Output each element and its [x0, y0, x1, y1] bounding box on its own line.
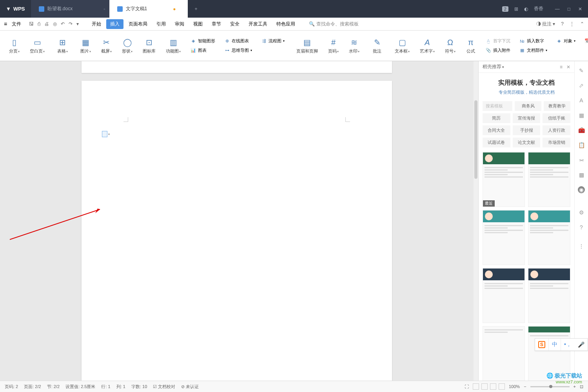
icon-library-button[interactable]: ⊡图标库: [141, 36, 158, 55]
select-icon[interactable]: ⬀: [578, 82, 585, 89]
paste-options-button[interactable]: ▾: [102, 131, 110, 138]
mindmap-button[interactable]: ⊶思维导图▾: [223, 47, 253, 54]
page-break-button[interactable]: ▯分页▾: [7, 36, 22, 55]
blank-page-button[interactable]: ▭空白页▾: [28, 36, 47, 55]
preview-icon[interactable]: ◎: [53, 21, 57, 27]
ime-punct-icon[interactable]: •，: [561, 339, 575, 350]
vertical-scrollbar[interactable]: [474, 61, 478, 381]
status-line[interactable]: 行: 1: [101, 384, 110, 390]
picture-button[interactable]: ▦图片▾: [78, 36, 93, 55]
template-card[interactable]: [483, 210, 525, 265]
view-print-layout[interactable]: [473, 383, 479, 390]
app-logo[interactable]: ▼ WPS: [0, 6, 31, 12]
ime-language[interactable]: 中: [549, 339, 561, 350]
object-button[interactable]: ◈对象▾: [555, 37, 577, 45]
filter-letter[interactable]: 信纸手账: [543, 113, 570, 123]
template-card[interactable]: 最近: [483, 152, 525, 207]
panel-close-icon[interactable]: ✕: [566, 64, 570, 70]
date-button[interactable]: 📅日期: [583, 37, 588, 45]
collapse-ribbon-icon[interactable]: ⌃: [580, 21, 584, 27]
template-panel-icon[interactable]: ◉: [578, 186, 585, 193]
insert-number-button[interactable]: №插入数字: [518, 37, 548, 45]
header-footer-button[interactable]: ▤页眉和页脚: [294, 36, 320, 55]
formula-button[interactable]: π公式: [464, 36, 478, 55]
add-tab-button[interactable]: ＋: [188, 0, 204, 18]
file-menu[interactable]: 文件: [12, 21, 21, 27]
filter-thesis[interactable]: 论文文献: [513, 138, 541, 147]
settings-icon[interactable]: ⚙: [578, 209, 585, 216]
filter-hr[interactable]: 人资行政: [543, 125, 570, 135]
template-search-input[interactable]: 搜索模板: [483, 101, 512, 111]
filter-contract[interactable]: 合同大全: [483, 125, 510, 135]
status-section[interactable]: 节: 2/2: [47, 384, 60, 390]
tab-section[interactable]: 章节: [208, 19, 225, 29]
style-icon[interactable]: A: [578, 97, 585, 104]
status-column[interactable]: 列: 1: [116, 384, 125, 390]
zoom-in-icon[interactable]: +: [573, 384, 576, 389]
template-card[interactable]: [528, 210, 570, 265]
tab-references[interactable]: 引用: [152, 19, 170, 29]
zoom-level[interactable]: 100%: [509, 384, 520, 389]
print-icon[interactable]: 🖨: [44, 21, 49, 27]
help-icon[interactable]: ?: [561, 21, 564, 27]
shape-button[interactable]: ◯形状▾: [120, 36, 134, 55]
layout-icon[interactable]: ▦: [578, 112, 585, 119]
feature-map-button[interactable]: ▥功能图▾: [164, 36, 183, 55]
toolbox-icon[interactable]: 🧰: [578, 127, 585, 134]
tab-developer[interactable]: 开发工具: [245, 19, 271, 29]
ime-mic-icon[interactable]: 🎤: [575, 339, 588, 350]
ime-sogou-icon[interactable]: S: [535, 339, 549, 350]
zoom-out-icon[interactable]: −: [524, 384, 526, 389]
close-icon[interactable]: ✕: [578, 6, 582, 12]
fullscreen-icon[interactable]: ⛶: [465, 384, 469, 389]
redo-icon[interactable]: ↷: [69, 21, 73, 27]
command-search[interactable]: 🔍 查找命令、搜索模板: [309, 21, 359, 27]
template-card[interactable]: [528, 152, 570, 207]
online-chart-button[interactable]: ⊕在线图表: [223, 37, 253, 45]
minimize-icon[interactable]: —: [555, 6, 560, 12]
textbox-button[interactable]: ▢文本框▾: [393, 36, 412, 55]
status-word-count[interactable]: 字数: 10: [131, 384, 147, 390]
chain-icon[interactable]: ⫘: [578, 156, 585, 163]
screenshot-button[interactable]: ✂截屏▾: [99, 36, 114, 55]
zoom-thumb[interactable]: [549, 385, 552, 388]
more-icon[interactable]: ⋮: [570, 21, 574, 27]
status-page-number[interactable]: 页码: 2: [5, 384, 18, 390]
user-avatar-icon[interactable]: ◐: [524, 6, 528, 12]
status-setting[interactable]: 设置值: 2.5厘米: [65, 384, 95, 390]
table-button[interactable]: ⊞表格▾: [55, 36, 70, 55]
tab-insert[interactable]: 插入: [106, 19, 123, 29]
edit-icon[interactable]: ✎: [578, 67, 585, 74]
save-icon[interactable]: 🖫: [29, 21, 34, 27]
scrollbar-thumb[interactable]: [474, 100, 477, 179]
fit-page-icon[interactable]: ⊡: [580, 384, 583, 389]
filter-poster[interactable]: 宣传海报: [513, 113, 541, 123]
tab-page-layout[interactable]: 页面布局: [125, 19, 151, 29]
hamburger-icon[interactable]: ≡: [4, 21, 7, 27]
tab-special[interactable]: 特色应用: [272, 19, 299, 29]
filter-marketing[interactable]: 市场营销: [543, 138, 570, 147]
wordart-button[interactable]: A艺术字▾: [418, 36, 437, 55]
page-number-button[interactable]: #页码▾: [326, 36, 341, 55]
filter-resume[interactable]: 简历: [483, 113, 510, 123]
tab-security[interactable]: 安全: [226, 19, 243, 29]
status-page-of[interactable]: 页面: 2/2: [24, 384, 41, 390]
template-card[interactable]: [483, 268, 525, 323]
doc-tab-0[interactable]: 盼望着.docx ▫: [31, 0, 109, 18]
view-web[interactable]: [490, 383, 496, 390]
apps-icon[interactable]: ⊞: [514, 6, 518, 12]
comment-button[interactable]: ✎批注: [370, 36, 384, 55]
symbol-button[interactable]: Ω符号▾: [443, 36, 457, 55]
chart-button[interactable]: 📊图表: [189, 47, 216, 54]
view-outline[interactable]: [481, 383, 488, 390]
watermark-button[interactable]: ≋水印▾: [347, 36, 361, 55]
filter-exam[interactable]: 试题试卷: [483, 138, 510, 147]
doc-parts-button[interactable]: ▦文档部件▾: [518, 47, 548, 54]
panel-title[interactable]: 稻壳推荐: [483, 64, 501, 70]
undo-icon[interactable]: ↶: [61, 21, 65, 27]
comment-toggle[interactable]: ◑ 批注 ▾: [536, 21, 555, 27]
chevron-down-icon[interactable]: ▾: [502, 65, 504, 69]
image-icon[interactable]: ▩: [578, 171, 585, 178]
insert-attachment-button[interactable]: 📎插入附件: [484, 47, 512, 54]
help-icon[interactable]: ?: [578, 224, 585, 231]
